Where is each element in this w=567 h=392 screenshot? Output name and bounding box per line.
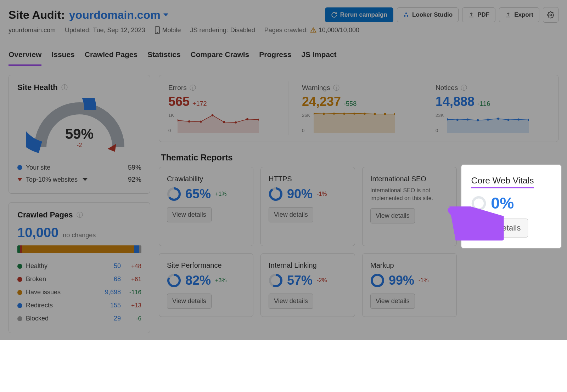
crawled-row-delta: +13 bbox=[124, 302, 141, 309]
legend-swatch bbox=[17, 264, 22, 269]
thematic-pct: 65% bbox=[185, 187, 211, 201]
donut-icon bbox=[167, 273, 181, 288]
meta-domain: yourdomain.com bbox=[9, 27, 56, 34]
view-details-button[interactable]: View details bbox=[269, 294, 313, 309]
crawled-row-value: 155 bbox=[98, 302, 121, 309]
thematic-card-markup: Markup 99% -1% View details bbox=[362, 253, 457, 317]
thematic-note: International SEO is not implemented on … bbox=[370, 187, 449, 203]
svg-point-10 bbox=[200, 121, 202, 123]
thematic-card-title: Crawlability bbox=[167, 175, 245, 183]
tab-issues[interactable]: Issues bbox=[51, 47, 74, 66]
svg-point-0 bbox=[405, 12, 407, 14]
settings-button[interactable] bbox=[543, 7, 558, 23]
stat-sparkline: 23K0 bbox=[436, 113, 549, 133]
export-button[interactable]: Export bbox=[499, 7, 539, 22]
health-gauge: 59% -2 bbox=[26, 98, 133, 154]
crawled-row-label: Blocked bbox=[26, 315, 49, 322]
crawled-row-have-issues[interactable]: Have issues 9,698 -116 bbox=[17, 286, 141, 299]
looker-studio-button[interactable]: Looker Studio bbox=[397, 7, 459, 22]
tab-compare-crawls[interactable]: Compare Crawls bbox=[191, 47, 249, 66]
bar-segment bbox=[17, 245, 20, 253]
thematic-card-site-performance: Site Performance 82% +3% View details bbox=[159, 253, 253, 317]
thematic-card-title: HTTPS bbox=[269, 175, 347, 183]
crawled-stacked-bar bbox=[17, 245, 141, 253]
thematic-pct: 99% bbox=[389, 273, 414, 288]
view-details-button[interactable]: View details bbox=[471, 218, 528, 238]
crawled-row-healthy[interactable]: Healthy 50 +48 bbox=[17, 260, 141, 273]
crawled-row-delta: +61 bbox=[124, 276, 141, 283]
pdf-button[interactable]: PDF bbox=[462, 7, 495, 22]
page-header: Site Audit: yourdomain.com Rerun campaig… bbox=[9, 7, 558, 23]
triangle-down-icon bbox=[17, 178, 22, 181]
svg-point-28 bbox=[477, 119, 479, 121]
view-details-button[interactable]: View details bbox=[269, 207, 313, 222]
tab-js-impact[interactable]: JS Impact bbox=[301, 47, 336, 66]
info-icon[interactable]: ⓘ bbox=[77, 211, 83, 219]
crawled-row-delta: -6 bbox=[124, 315, 141, 322]
crawled-row-blocked[interactable]: Blocked 29 -6 bbox=[17, 312, 141, 325]
stat-label: Errors ⓘ bbox=[168, 84, 282, 92]
view-details-button[interactable]: View details bbox=[167, 207, 212, 222]
svg-point-27 bbox=[467, 118, 469, 120]
thematic-pct: 90% bbox=[287, 187, 313, 201]
svg-point-22 bbox=[374, 113, 376, 115]
donut-icon bbox=[167, 187, 181, 201]
crawled-row-value: 29 bbox=[98, 315, 121, 322]
stat-label: Notices ⓘ bbox=[436, 84, 549, 92]
thematic-value-row: 82% +3% bbox=[167, 273, 245, 288]
rerun-campaign-button[interactable]: Rerun campaign bbox=[325, 7, 393, 22]
svg-point-19 bbox=[343, 113, 345, 115]
mobile-icon bbox=[155, 26, 160, 34]
svg-point-17 bbox=[323, 113, 325, 115]
thematic-value-row: 65% +1% bbox=[167, 187, 245, 201]
legend-your-site: Your site 59% bbox=[17, 161, 141, 174]
meta-device: Mobile bbox=[155, 26, 181, 34]
info-icon[interactable]: ⓘ bbox=[333, 84, 339, 92]
crawled-sub: no changes bbox=[63, 232, 96, 239]
tab-statistics[interactable]: Statistics bbox=[147, 47, 180, 66]
crawled-row-delta: +48 bbox=[124, 263, 141, 270]
view-details-button[interactable]: View details bbox=[370, 294, 415, 309]
info-icon[interactable]: ⓘ bbox=[190, 84, 196, 92]
tab-crawled-pages[interactable]: Crawled Pages bbox=[85, 47, 137, 66]
legend-swatch bbox=[17, 165, 22, 170]
svg-point-30 bbox=[497, 118, 499, 120]
site-audit-page: Site Audit: yourdomain.com Rerun campaig… bbox=[0, 0, 567, 340]
crawled-row-broken[interactable]: Broken 68 +61 bbox=[17, 273, 141, 286]
thematic-card-title: Core Web Vitals bbox=[471, 175, 534, 188]
svg-point-37 bbox=[270, 188, 281, 200]
gear-icon bbox=[547, 11, 554, 18]
stat-value: 14,888 bbox=[436, 94, 475, 109]
view-details-button[interactable]: View details bbox=[167, 294, 212, 309]
svg-point-11 bbox=[212, 114, 214, 117]
crawled-row-label: Have issues bbox=[26, 289, 61, 296]
svg-point-1 bbox=[404, 15, 406, 17]
top-stats-card: Errors ⓘ 565+172 1K0 Warnings ⓘ 24,237-5… bbox=[159, 75, 558, 142]
legend-swatch bbox=[17, 290, 22, 295]
stat-sparkline: 1K0 bbox=[168, 113, 282, 133]
meta-pages-crawled: Pages crawled: 10,000/10,000 bbox=[264, 27, 359, 34]
tab-overview[interactable]: Overview bbox=[9, 47, 41, 66]
thematic-card-international-seo: International SEOInternational SEO is no… bbox=[362, 167, 457, 246]
svg-point-12 bbox=[223, 121, 225, 123]
svg-point-2 bbox=[406, 15, 408, 17]
donut-icon bbox=[269, 273, 283, 288]
upload-icon bbox=[468, 12, 475, 18]
svg-point-26 bbox=[456, 119, 459, 121]
tab-progress[interactable]: Progress bbox=[259, 47, 291, 66]
meta-updated: Updated: Tue, Sep 12, 2023 bbox=[65, 27, 145, 34]
bar-segment bbox=[22, 245, 134, 253]
view-details-button[interactable]: View details bbox=[370, 208, 415, 223]
health-score: 59% bbox=[26, 126, 133, 142]
upload-icon bbox=[505, 12, 511, 18]
domain-selector[interactable]: yourdomain.com bbox=[69, 8, 168, 22]
svg-point-7 bbox=[313, 31, 314, 32]
thematic-card-title: Internal Linking bbox=[269, 261, 347, 269]
info-icon[interactable]: ⓘ bbox=[461, 84, 467, 92]
legend-top10[interactable]: Top-10% websites 92% bbox=[17, 174, 141, 186]
crawled-row-redirects[interactable]: Redirects 155 +13 bbox=[17, 299, 141, 312]
donut-icon bbox=[370, 273, 384, 288]
crawled-row-label: Redirects bbox=[26, 302, 53, 309]
crawled-total: 10,000 bbox=[17, 225, 58, 240]
info-icon[interactable]: ⓘ bbox=[61, 83, 68, 92]
